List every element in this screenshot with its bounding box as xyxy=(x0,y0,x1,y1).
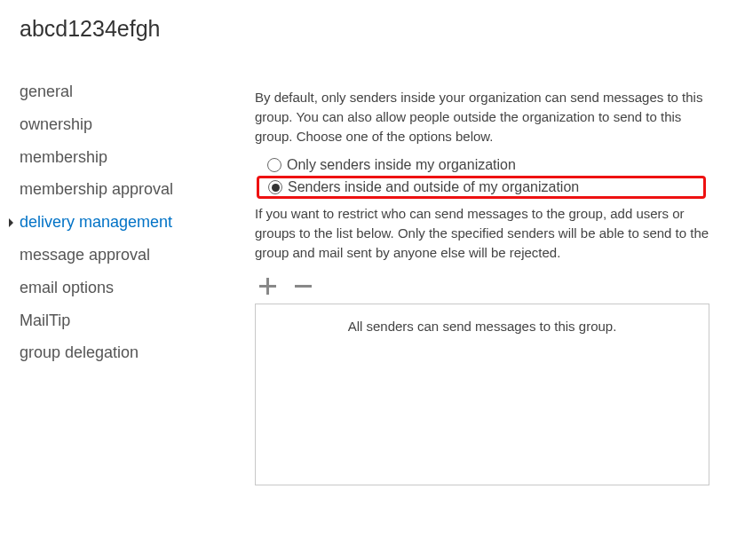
main-panel: By default, only senders inside your org… xyxy=(255,75,709,485)
sidebar-item-email-options[interactable]: email options xyxy=(20,272,219,304)
radio-inside-only[interactable]: Only senders inside my organization xyxy=(262,154,709,176)
senders-toolbar xyxy=(255,273,709,298)
sender-options-group: Only senders inside my organization Send… xyxy=(262,154,709,199)
sidebar-item-ownership[interactable]: ownership xyxy=(20,108,219,141)
radio-icon xyxy=(267,158,281,172)
sidebar-item-group-delegation[interactable]: group delegation xyxy=(20,336,219,369)
page-title: abcd1234efgh xyxy=(20,16,709,42)
sidebar-item-mailtip[interactable]: MailTip xyxy=(20,304,219,337)
svg-rect-0 xyxy=(295,285,312,288)
sidebar-item-general[interactable]: general xyxy=(20,75,219,108)
restrict-text: If you want to restrict who can send mes… xyxy=(255,204,709,262)
radio-label: Senders inside and outside of my organiz… xyxy=(288,179,579,195)
listbox-empty-text: All senders can send messages to this gr… xyxy=(348,319,617,334)
add-sender-button[interactable] xyxy=(255,273,280,298)
allowed-senders-listbox[interactable]: All senders can send messages to this gr… xyxy=(255,304,709,485)
remove-sender-button[interactable] xyxy=(290,273,315,298)
sidebar-item-membership[interactable]: membership xyxy=(20,141,219,174)
radio-inside-outside[interactable]: Senders inside and outside of my organiz… xyxy=(257,176,706,199)
sidebar-item-delivery-management[interactable]: delivery management xyxy=(20,206,219,239)
radio-icon xyxy=(268,180,282,194)
radio-label: Only senders inside my organization xyxy=(287,157,516,173)
intro-text: By default, only senders inside your org… xyxy=(255,88,709,146)
minus-icon xyxy=(292,275,313,296)
sidebar-item-message-approval[interactable]: message approval xyxy=(20,239,219,272)
caret-right-icon xyxy=(9,218,13,227)
sidebar-item-membership-approval[interactable]: membership approval xyxy=(20,173,219,206)
sidebar-item-label: delivery management xyxy=(20,213,172,231)
plus-icon xyxy=(257,275,278,296)
sidebar-nav: general ownership membership membership … xyxy=(20,75,219,485)
content-wrap: general ownership membership membership … xyxy=(20,75,709,485)
